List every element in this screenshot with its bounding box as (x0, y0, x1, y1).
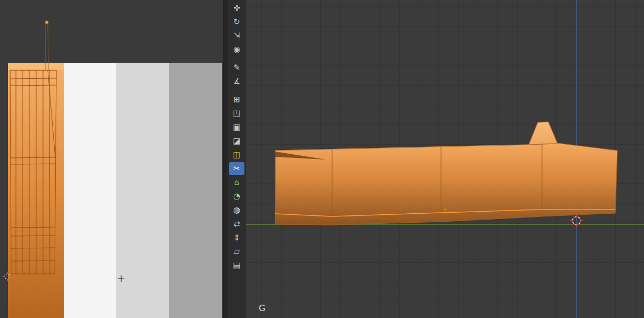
extrude-region-tool[interactable]: ◳ (229, 107, 244, 120)
mesh-object[interactable] (275, 122, 617, 225)
uv-image-editor[interactable] (0, 0, 223, 318)
viewport-canvas[interactable] (246, 0, 644, 318)
hud-operator-text: G (259, 303, 265, 313)
loop-cut-tool[interactable]: ◫ (229, 148, 244, 161)
mesh-selected-vertex[interactable] (444, 208, 446, 211)
scale-tool[interactable]: ⇲ (229, 29, 244, 42)
viewport-3d[interactable]: G (246, 0, 644, 318)
add-cube-tool[interactable]: ⊞ (229, 93, 244, 106)
rotate-tool[interactable]: ↻ (229, 15, 244, 28)
spike-knob (45, 21, 49, 24)
edge-slide-tool[interactable]: ⇄ (229, 217, 244, 230)
shrink-fatten-tool[interactable]: ⇕ (229, 231, 244, 244)
toolbar: ✜↻⇲◉✎∡⊞◳▣◪◫✂⌂◔◍⇄⇕▱▤ (227, 0, 246, 318)
rip-region-tool[interactable]: ▤ (229, 259, 244, 272)
texture-image (8, 63, 222, 318)
annotate-tool[interactable]: ✎ (229, 61, 244, 74)
move-tool[interactable]: ✜ (229, 2, 244, 14)
uv-editor-canvas[interactable] (0, 0, 223, 318)
knife-tool[interactable]: ✂ (229, 162, 244, 175)
blender-window: ✜↻⇲◉✎∡⊞◳▣◪◫✂⌂◔◍⇄⇕▱▤ (0, 0, 644, 318)
spin-tool[interactable]: ◔ (229, 190, 244, 203)
measure-tool[interactable]: ∡ (229, 75, 244, 88)
transform-tool[interactable]: ◉ (229, 43, 244, 56)
poly-build-tool[interactable]: ⌂ (229, 176, 244, 189)
area-divider[interactable] (223, 0, 227, 318)
bevel-tool[interactable]: ◪ (229, 135, 244, 147)
smooth-tool[interactable]: ◍ (229, 204, 244, 216)
inset-faces-tool[interactable]: ▣ (229, 121, 244, 133)
shear-tool[interactable]: ▱ (229, 245, 244, 258)
